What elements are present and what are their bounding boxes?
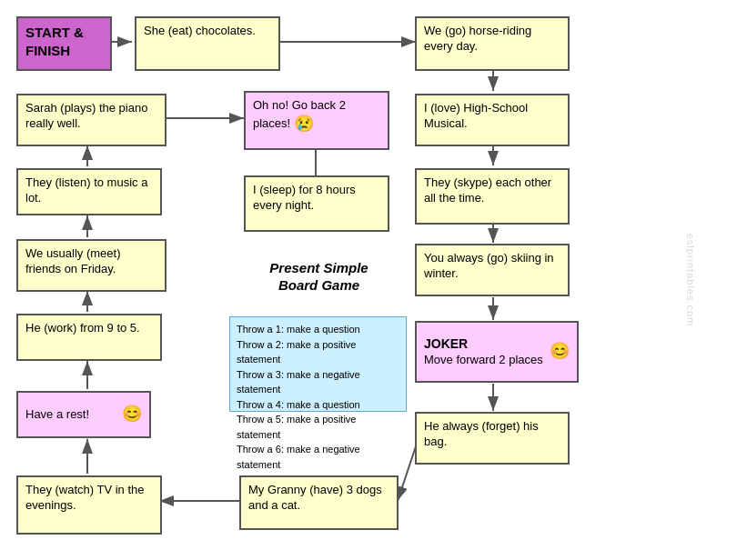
watermark: eslprintables.com: [686, 234, 697, 327]
board-title-text: Present SimpleBoard Game: [269, 259, 368, 295]
card-we-meet-text: We usually (meet) friends on Friday.: [25, 246, 121, 275]
card-have-rest: Have a rest! 😊: [16, 391, 151, 438]
joker-emoji: 😊: [550, 341, 570, 362]
rule-5: Throw a 5: make a positive statement: [237, 412, 399, 442]
card-oh-no: Oh no! Go back 2 places! 😢: [244, 91, 389, 150]
card-my-granny-text: My Granny (have) 3 dogs and a cat.: [248, 483, 382, 512]
card-i-love-text: I (love) High-School Musical.: [424, 101, 528, 130]
card-she-eat: She (eat) chocolates.: [135, 16, 280, 71]
card-i-sleep: I (sleep) for 8 hours every night.: [244, 175, 389, 232]
card-they-watch-text: They (watch) TV in the evenings.: [25, 483, 145, 512]
card-i-love: I (love) High-School Musical.: [415, 94, 570, 146]
card-you-go: You always (go) skiing in winter.: [415, 244, 570, 296]
card-he-work-text: He (work) from 9 to 5.: [25, 321, 140, 335]
sad-emoji: 😢: [294, 114, 314, 135]
card-you-go-text: You always (go) skiing in winter.: [424, 251, 554, 280]
card-have-rest-text: Have a rest!: [25, 407, 89, 423]
board-title: Present SimpleBoard Game: [244, 253, 394, 300]
board: START & FINISH She (eat) chocolates. We …: [0, 0, 747, 560]
card-we-go-text: We (go) horse-riding every day.: [424, 24, 531, 53]
rule-4: Throw a 4: make a question: [237, 397, 399, 413]
rule-6: Throw a 6: make a negative statement: [237, 442, 399, 472]
card-start: START & FINISH: [16, 16, 112, 71]
card-we-meet: We usually (meet) friends on Friday.: [16, 239, 167, 292]
card-sarah-plays: Sarah (plays) the piano really well.: [16, 94, 167, 146]
card-they-watch: They (watch) TV in the evenings.: [16, 475, 162, 535]
card-i-sleep-text: I (sleep) for 8 hours every night.: [253, 183, 356, 212]
card-they-skype: They (skype) each other all the time.: [415, 168, 570, 225]
rule-2: Throw a 2: make a positive statement: [237, 337, 399, 367]
card-joker: JOKER Move forward 2 places 😊: [415, 321, 579, 383]
card-they-skype-text: They (skype) each other all the time.: [424, 175, 551, 205]
card-she-eat-text: She (eat) chocolates.: [144, 24, 256, 37]
card-they-listen-text: They (listen) to music a lot.: [25, 175, 147, 205]
card-he-forget: He always (forget) his bag.: [415, 412, 570, 465]
rule-3: Throw a 3: make a negative statement: [237, 367, 399, 397]
rule-1: Throw a 1: make a question: [237, 322, 399, 337]
start-text: START & FINISH: [25, 25, 84, 58]
card-he-work: He (work) from 9 to 5.: [16, 314, 162, 361]
rest-emoji: 😊: [122, 404, 142, 425]
card-sarah-plays-text: Sarah (plays) the piano really well.: [25, 101, 147, 130]
card-they-listen: They (listen) to music a lot.: [16, 168, 162, 215]
card-he-forget-text: He always (forget) his bag.: [424, 419, 539, 448]
card-we-go: We (go) horse-riding every day.: [415, 16, 570, 71]
rules-box: Throw a 1: make a question Throw a 2: ma…: [229, 316, 407, 412]
card-my-granny: My Granny (have) 3 dogs and a cat.: [239, 475, 399, 530]
joker-text: JOKER Move forward 2 places: [424, 335, 543, 367]
